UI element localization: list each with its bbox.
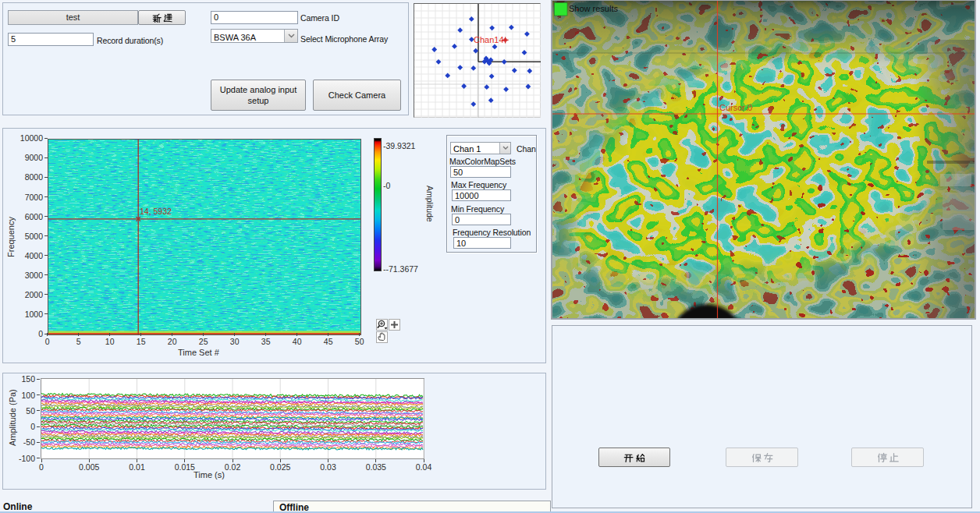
svg-text:Cursor 0: Cursor 0 (719, 103, 752, 112)
svg-text:Show results: Show results (569, 4, 618, 13)
